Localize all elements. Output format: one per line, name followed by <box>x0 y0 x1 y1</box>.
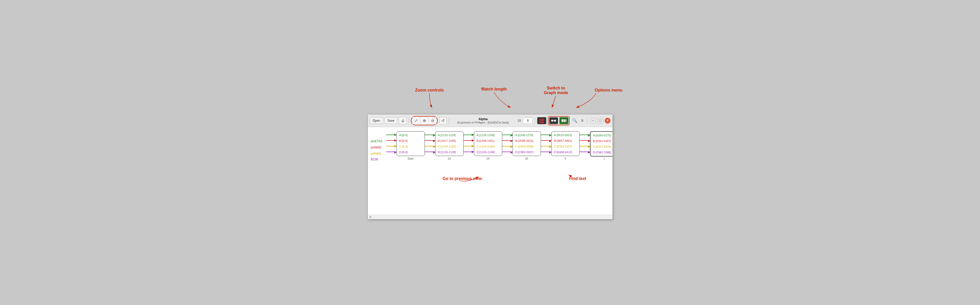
node-n7-label: 7 <box>603 158 605 161</box>
svg-rect-2 <box>539 120 544 122</box>
status-bar: 0 <box>368 215 612 219</box>
node-n24-row-c: C:[1163-1186] <box>477 144 500 149</box>
zoom-out-button[interactable]: ⊖ <box>429 117 436 124</box>
node-n7-row-d: D:[7082-7088] <box>593 150 612 155</box>
close-button[interactable]: ✕ <box>605 118 610 123</box>
segment-5: A:[6269-6275] B:[5391-5397] C:[5972-5978… <box>580 131 612 161</box>
annotation-match-length: Match length <box>481 87 507 91</box>
segment-1: A:[1115-1128] B:[1417-1430] C:[1143-1156… <box>425 131 463 160</box>
arrows-to-start <box>386 131 396 155</box>
node-n5-row-a: A:[5619-5623] <box>554 133 577 137</box>
canvas-area: phiETA3 phiNM2 phiNM1 B236 <box>368 127 612 215</box>
segment-3: A:[2246-2270] B:[2598-2622] C:[2324-2348… <box>502 131 541 160</box>
node-n25-box[interactable]: A:[2246-2270] B:[2598-2622] C:[2324-2348… <box>512 131 541 156</box>
compact-graph-mode-button[interactable] <box>559 117 569 124</box>
annotation-switch-graph-mode: Switch to <box>547 86 565 90</box>
node-n25-row-b: B:[2598-2622] <box>515 138 538 143</box>
node-n24-row-b: B:[1438-1461] <box>477 138 500 143</box>
node-n5-box[interactable]: A:[5619-5623] B:[4857-4861] C:[5333-5337… <box>551 131 580 156</box>
sequence-mode-icon <box>539 119 544 123</box>
node-start-row-a: A:[0-0] <box>399 133 422 137</box>
annotation-options-menu: Options menu <box>595 88 622 92</box>
node-n5-row-b: B:[4857-4861] <box>554 138 577 143</box>
sep1 <box>409 118 409 124</box>
match-count-label: 19 <box>517 119 522 123</box>
compact-graph-icon <box>562 119 566 123</box>
svg-rect-4 <box>551 120 553 122</box>
svg-rect-7 <box>562 119 563 122</box>
node-n5: A:[5619-5623] B:[4857-4861] C:[5333-5337… <box>551 131 580 160</box>
window-controls: − □ ✕ <box>590 118 610 123</box>
annotation-overlay: Zoom controls Match length Switch to Gra… <box>368 86 613 114</box>
arrows-5 <box>580 131 590 155</box>
arrow-start-red <box>386 138 396 143</box>
match-input[interactable]: 0 <box>523 118 533 124</box>
node-n7-row-c: C:[5972-5978] <box>593 144 612 149</box>
node-start-box[interactable]: A:[0-0] B:[0-0] C:[0-0] D:[0-0] <box>396 131 425 156</box>
title-area: Alpha ALignment of PHAges - (Eta3EtCie.f… <box>451 117 515 124</box>
arrow-start-green <box>386 132 396 137</box>
arrow-start-purple <box>386 149 396 155</box>
zoom-controls-group: ⤢ ⊕ ⊖ <box>411 116 438 125</box>
minimize-button[interactable]: − <box>590 118 596 123</box>
svg-rect-5 <box>554 120 556 122</box>
arrows-2 <box>463 131 474 155</box>
node-start: A:[0-0] B:[0-0] C:[0-0] D:[0-0] Start <box>396 131 425 160</box>
node-start-label: Start <box>407 157 414 160</box>
node-n7-box[interactable]: A:[6269-6275] B:[5391-5397] C:[5972-5978… <box>590 131 612 156</box>
seq-label-phieta3: phiETA3 <box>371 139 385 144</box>
arrows-1 <box>425 131 435 155</box>
graph-node-icon <box>551 119 556 123</box>
seq-label-phinm2: phiNM2 <box>371 145 385 150</box>
node-n14-box[interactable]: A:[1115-1128] B:[1417-1430] C:[1143-1156… <box>435 131 463 156</box>
node-n7-row-a: A:[6269-6275] <box>593 133 612 138</box>
node-n25-row-c: C:[2324-2348] <box>515 144 538 149</box>
print-button[interactable]: 🖨 <box>399 117 407 124</box>
arrows-3 <box>502 131 512 155</box>
node-n24-box[interactable]: A:[1135-1158] B:[1438-1461] C:[1163-1186… <box>474 131 502 156</box>
node-start-row-d: D:[0-0] <box>399 150 422 155</box>
segment-2: A:[1135-1158] B:[1438-1461] C:[1163-1186… <box>463 131 502 160</box>
arrows-4 <box>541 131 551 155</box>
node-n24-row-d: D:[1135-1158] <box>477 150 500 155</box>
node-n24-label: 24 <box>486 157 489 160</box>
node-start-row-b: B:[0-0] <box>399 138 422 143</box>
options-menu-button[interactable]: ≡ <box>580 118 585 123</box>
node-n5-row-d: D:[6408-6412] <box>554 150 577 155</box>
open-button[interactable]: Open <box>370 118 383 124</box>
node-n14-row-c: C:[1143-1156] <box>438 144 461 149</box>
node-n14: A:[1115-1128] B:[1417-1430] C:[1143-1156… <box>435 131 463 160</box>
node-n7: A:[6269-6275] B:[5391-5397] C:[5972-5978… <box>590 131 612 161</box>
node-n25: A:[2246-2270] B:[2598-2622] C:[2324-2348… <box>512 131 541 160</box>
save-button[interactable]: Save <box>385 118 397 124</box>
node-start-group: A:[0-0] B:[0-0] C:[0-0] D:[0-0] Start <box>386 131 425 160</box>
find-button[interactable]: 🔍 <box>571 118 578 123</box>
svg-rect-3 <box>539 122 544 123</box>
arrow-start-yellow <box>386 144 396 149</box>
svg-rect-1 <box>539 119 544 120</box>
node-n14-label: 14 <box>447 157 451 160</box>
window-title: Alpha <box>478 117 488 121</box>
node-n5-label: 5 <box>565 157 566 160</box>
window-subtitle: ALignment of PHAges - (Eta3EtCie.fasta) <box>457 121 509 124</box>
annotation-switch-graph-mode-2: Graph mode <box>544 90 568 95</box>
seq-label-phinm1: phiNM1 <box>371 151 385 156</box>
svg-rect-9 <box>565 119 566 122</box>
node-n14-row-d: D:[1115-1128] <box>438 150 461 155</box>
node-n24: A:[1135-1158] B:[1438-1461] C:[1163-1186… <box>474 131 502 160</box>
toolbar: Open Save 🖨 ⤢ ⊕ ⊖ ↺ Alpha ALignment of P… <box>368 114 612 127</box>
match-controls: 19 0 <box>517 118 533 124</box>
status-value: 0 <box>370 215 371 219</box>
graph-node-mode-button[interactable] <box>549 117 558 124</box>
graph-mode-group <box>548 116 570 125</box>
sequence-mode-button[interactable] <box>537 117 546 124</box>
back-button[interactable]: ↺ <box>439 117 447 124</box>
node-n25-label: 25 <box>525 157 528 160</box>
maximize-button[interactable]: □ <box>598 118 603 123</box>
svg-rect-8 <box>563 119 565 122</box>
zoom-fit-button[interactable]: ⤢ <box>412 117 420 124</box>
zoom-in-button[interactable]: ⊕ <box>421 117 428 124</box>
node-n14-row-b: B:[1417-1430] <box>438 138 461 143</box>
sequence-labels: phiETA3 phiNM2 phiNM1 B236 <box>371 131 385 162</box>
graph-layout: phiETA3 phiNM2 phiNM1 B236 <box>371 131 609 162</box>
